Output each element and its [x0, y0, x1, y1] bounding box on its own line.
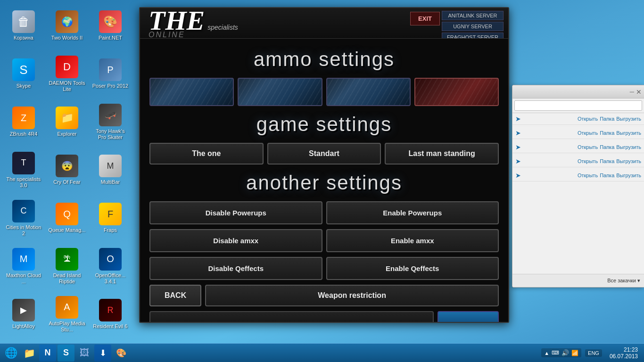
icon-img-cryoffear: 😨	[56, 155, 78, 177]
desktop-icon-specialists[interactable]: T The specialists 3.0	[2, 147, 45, 194]
desktop-icon-poser[interactable]: P Poser Pro 2012	[89, 50, 132, 98]
game-settings-title: game settings	[256, 113, 392, 136]
open-btn-3[interactable]: Открыть	[578, 144, 598, 150]
icon-label-cryoffear: Cry Of Fear	[53, 179, 80, 185]
icon-img-openoffice: O	[99, 248, 122, 271]
desktop-icon-twoworlds[interactable]: 🌍 Two Worlds II	[46, 2, 88, 49]
icon-label-poser: Poser Pro 2012	[92, 83, 128, 89]
ugniy-server-btn[interactable]: UGNIY SERVER	[442, 22, 504, 31]
back-button[interactable]: BACK	[149, 285, 201, 306]
download-item: ➤ Открыть Папка Выгрузить	[512, 141, 644, 153]
clock-display[interactable]: 21:23 06.07.2013	[606, 346, 642, 361]
open-btn-2[interactable]: Открыть	[578, 130, 598, 136]
folder-btn-5[interactable]: Папка	[600, 173, 614, 178]
icon-label-multibar: MultiBar	[101, 179, 120, 185]
folder-btn-2[interactable]: Папка	[600, 130, 614, 136]
disable-amxx-button[interactable]: Disable amxx	[149, 229, 322, 252]
open-btn-1[interactable]: Открыть	[578, 116, 598, 122]
open-btn-4[interactable]: Открыть	[578, 158, 598, 164]
the-one-button[interactable]: The one	[149, 143, 264, 165]
desktop-icon-multibar[interactable]: M MultiBar	[89, 147, 132, 194]
upload-btn-2[interactable]: Выгрузить	[616, 130, 641, 136]
desktop-icon-queue[interactable]: Q Queue Manag...	[46, 195, 88, 242]
taskbar-skype-icon[interactable]: S	[58, 345, 74, 362]
ammo-slot-4[interactable]	[414, 78, 499, 106]
icon-img-deadisland: 🏝	[56, 248, 78, 271]
panel-close-button[interactable]: ✕	[636, 88, 642, 96]
desktop-icon-cryoffear[interactable]: 😨 Cry Of Fear	[46, 147, 88, 194]
desktop-icon-fraps[interactable]: F Fraps	[89, 195, 132, 242]
taskbar-download-icon[interactable]: ⬇	[94, 345, 111, 362]
enable-amxx-button[interactable]: Enable amxx	[326, 229, 499, 252]
desktop-icon-openoffice[interactable]: O OpenOffice... 3.4.1	[89, 243, 132, 290]
enable-powerups-button[interactable]: Enable Powerups	[326, 201, 499, 224]
icon-img-specialists: T	[12, 152, 35, 174]
desktop-icon-maxthon[interactable]: M Maxthon Cloud ...	[2, 243, 45, 290]
tray-keyboard-icon: ⌨	[552, 350, 559, 356]
clock-date: 06.07.2013	[610, 353, 638, 360]
icon-label-zbrush: ZBrush 4R4	[10, 131, 38, 137]
last-man-standing-button[interactable]: Last man standing	[385, 143, 499, 165]
icon-img-queue: Q	[56, 203, 78, 225]
icon-label-queue: Queue Manag...	[49, 227, 86, 233]
enable-qeffects-button[interactable]: Enable Qeffects	[326, 257, 499, 280]
icon-label-paintnet: Paint.NET	[99, 35, 122, 41]
taskbar-folder-icon[interactable]: 📁	[21, 345, 38, 362]
panel-search-input[interactable]	[514, 100, 642, 111]
taskbar-n-icon[interactable]: N	[39, 345, 56, 362]
download-actions-2: Открыть Папка Выгрузить	[578, 130, 641, 136]
desktop-icon-paintnet[interactable]: 🎨 Paint.NET	[89, 2, 132, 49]
folder-btn-1[interactable]: Папка	[600, 116, 614, 122]
desktop-icon-recyclebin[interactable]: 🗑 Корзина	[2, 2, 45, 49]
desktop-icon-skype[interactable]: S Skype	[2, 50, 45, 98]
download-actions-5: Открыть Папка Выгрузить	[578, 173, 641, 178]
desktop-icon-resident[interactable]: R Resident Evil 6	[89, 291, 132, 338]
ammo-slot-3[interactable]	[326, 78, 411, 106]
bottom-input-left[interactable]	[149, 311, 434, 323]
anitalink-server-btn[interactable]: ANITALINK SERVER	[442, 11, 504, 20]
desktop-icon-tonyhawk[interactable]: 🛹 Tony Hawk's Pro Skater	[89, 99, 132, 146]
ammo-slots-row	[149, 78, 499, 106]
taskbar-paint-icon[interactable]: 🎨	[113, 345, 130, 362]
upload-btn-1[interactable]: Выгрузить	[616, 116, 641, 122]
desktop-icon-deadisland[interactable]: 🏝 Dead Island Riptide	[46, 243, 88, 290]
bottom-input-right[interactable]	[438, 311, 499, 323]
panel-search-area	[512, 99, 644, 113]
icon-img-paintnet: 🎨	[99, 10, 122, 33]
language-indicator[interactable]: ENG	[588, 350, 599, 356]
icon-img-recyclebin: 🗑	[12, 10, 35, 33]
disable-powerups-button[interactable]: Disable Powerups	[149, 201, 322, 224]
weapon-restriction-button[interactable]: Weapon restriction	[205, 285, 499, 306]
folder-btn-4[interactable]: Папка	[600, 158, 614, 164]
taskbar-photo-icon[interactable]: 🖼	[76, 345, 93, 362]
tray-arrow-icon[interactable]: ▲	[544, 350, 549, 356]
ammo-settings-title: ammo settings	[254, 48, 395, 71]
download-item: ➤ Открыть Папка Выгрузить	[512, 156, 644, 167]
ammo-slot-2[interactable]	[238, 78, 322, 106]
desktop-icon-daemon[interactable]: D DAEMON Tools Lite	[46, 50, 88, 98]
tray-volume-icon[interactable]: 🔊	[561, 349, 569, 356]
taskbar-ie-icon[interactable]: 🌐	[2, 345, 19, 362]
desktop-icon-zbrush[interactable]: Z ZBrush 4R4	[2, 99, 45, 146]
download-panel-header: ─ ✕	[512, 85, 644, 99]
standart-button[interactable]: Standart	[267, 143, 381, 165]
desktop-icon-explorer[interactable]: 📁 Explorer	[46, 99, 88, 146]
upload-btn-4[interactable]: Выгрузить	[616, 158, 641, 164]
ammo-slot-1[interactable]	[149, 78, 234, 106]
icon-img-lightalloy: ▶	[12, 299, 35, 321]
icon-img-explorer: 📁	[56, 107, 78, 129]
upload-btn-5[interactable]: Выгрузить	[616, 173, 641, 178]
folder-btn-3[interactable]: Папка	[600, 144, 614, 150]
desktop-icon-autoplay[interactable]: A AutoPlay Media Stu...	[46, 291, 88, 338]
disable-qeffects-button[interactable]: Disable Qeffects	[149, 257, 322, 280]
fraghost-server-btn[interactable]: FRAGHOST SERVER	[442, 33, 504, 39]
desktop-icon-lightalloy[interactable]: ▶ LightAlloy	[2, 291, 45, 338]
exit-button[interactable]: EXIT	[410, 12, 440, 25]
upload-btn-3[interactable]: Выгрузить	[616, 144, 641, 150]
icon-label-tonyhawk: Tony Hawk's Pro Skater	[91, 128, 129, 140]
desktop-icon-citiesinmotion[interactable]: C Cities in Motion 2	[2, 195, 45, 242]
panel-minimize-icon[interactable]: ─	[630, 88, 634, 95]
icon-img-multibar: M	[99, 155, 122, 177]
all-downloads-footer[interactable]: Все закачки ▾	[512, 274, 644, 287]
open-btn-5[interactable]: Открыть	[578, 173, 598, 178]
